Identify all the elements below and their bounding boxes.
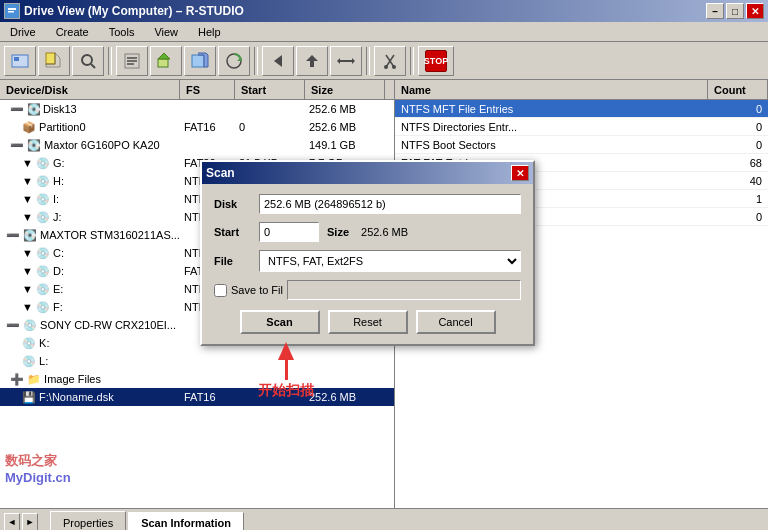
file-label: File	[214, 255, 259, 267]
save-to-file-label: Save to Fil	[231, 284, 283, 296]
file-select[interactable]: NTFS, FAT, Ext2FS NTFS only FAT only Ext…	[259, 250, 521, 272]
save-to-file-checkbox[interactable]	[214, 284, 227, 297]
cancel-button[interactable]: Cancel	[416, 310, 496, 334]
disk-input[interactable]	[259, 194, 521, 214]
start-size-row: Size	[259, 222, 437, 242]
annotation-label: 开始扫描	[258, 382, 314, 400]
arrow-up-icon	[278, 342, 294, 360]
save-to-file-row: Save to Fil	[214, 280, 521, 300]
dialog-buttons: Scan Reset Cancel	[214, 310, 521, 334]
file-field: File NTFS, FAT, Ext2FS NTFS only FAT onl…	[214, 250, 521, 272]
reset-button[interactable]: Reset	[328, 310, 408, 334]
size-input	[357, 222, 437, 242]
start-input[interactable]	[259, 222, 319, 242]
scan-dialog: Scan ✕ Disk Start Size File	[200, 160, 535, 346]
arrow-line	[285, 360, 288, 380]
disk-field: Disk	[214, 194, 521, 214]
start-label: Start	[214, 226, 259, 238]
scan-button[interactable]: Scan	[240, 310, 320, 334]
size-label: Size	[327, 226, 349, 238]
dialog-overlay: Scan ✕ Disk Start Size File	[0, 0, 768, 530]
arrow-annotation: 开始扫描	[258, 342, 314, 400]
dialog-title-bar: Scan ✕	[202, 162, 533, 184]
disk-label: Disk	[214, 198, 259, 210]
save-to-file-input[interactable]	[287, 280, 521, 300]
dialog-close-button[interactable]: ✕	[511, 165, 529, 181]
dialog-title: Scan	[206, 166, 235, 180]
start-size-field: Start Size	[214, 222, 521, 242]
dialog-content: Disk Start Size File NTFS, FAT, Ext2FS N…	[202, 184, 533, 344]
